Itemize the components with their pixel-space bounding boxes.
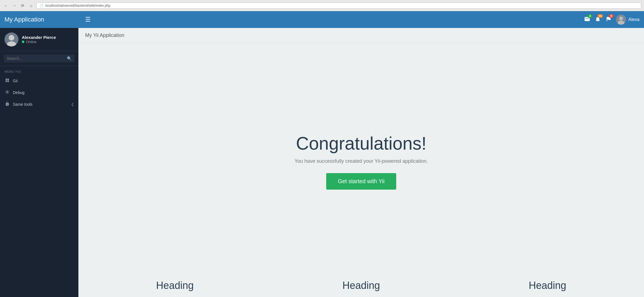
status-label: Online (26, 40, 37, 44)
navbar-username: Alexa (628, 17, 640, 22)
debug-label: Debug (13, 90, 74, 95)
sidebar-avatar (4, 32, 18, 46)
navbar-avatar (616, 15, 626, 25)
hero-section: Congratulations! You have successfully c… (78, 43, 644, 274)
mail-icon-wrap[interactable]: 4 (584, 16, 590, 23)
lock-icon: 📄 (39, 4, 44, 8)
sidebar-toggle-button[interactable]: ☰ (83, 16, 93, 23)
gii-label: Gii (13, 79, 74, 83)
sidebar-status: Online (22, 40, 56, 44)
sidebar-item-same-tools[interactable]: Same tools ❮ (0, 98, 78, 110)
headings-row: Heading Heading Heading (78, 274, 644, 297)
flag-icon-wrap[interactable]: 9 (605, 16, 612, 23)
same-tools-label: Same tools (13, 102, 68, 107)
svg-rect-8 (6, 81, 7, 82)
bell-badge: 10 (597, 14, 603, 18)
content-area: My Yii Application Congratulations! You … (78, 28, 644, 297)
gii-icon (4, 78, 10, 84)
svg-point-10 (6, 91, 8, 93)
sidebar-username: Alexander Pierce (22, 35, 56, 40)
sidebar-search-section: 🔍 (0, 51, 78, 66)
navbar-icons: 4 10 9 (584, 15, 640, 25)
sidebar-user-info: Alexander Pierce Online (22, 35, 56, 44)
search-icon: 🔍 (67, 56, 72, 61)
same-tools-arrow: ❮ (71, 102, 74, 106)
flag-badge: 9 (609, 14, 614, 18)
same-tools-icon (4, 102, 10, 107)
content-header-title: My Yii Application (85, 32, 637, 38)
heading-1: Heading (156, 280, 194, 291)
svg-rect-9 (8, 81, 9, 82)
sidebar-user-section: Alexander Pierce Online (0, 28, 78, 51)
heading-col-3: Heading (458, 280, 637, 291)
app-wrapper: My Application ☰ 4 10 9 (0, 11, 644, 297)
search-wrap: 🔍 (4, 55, 74, 62)
bell-icon-wrap[interactable]: 10 (595, 16, 601, 23)
get-started-button[interactable]: Get started with Yii (326, 173, 396, 190)
navbar-brand: My Application (4, 16, 83, 23)
sidebar-item-debug[interactable]: Debug (0, 87, 78, 98)
svg-point-1 (619, 16, 623, 20)
back-button[interactable]: ← (3, 3, 9, 9)
home-button[interactable]: ⌂ (28, 3, 34, 9)
sidebar: Alexander Pierce Online 🔍 Menu Yii2 (0, 28, 78, 297)
address-bar[interactable]: 📄 localhost/advanced/backend/web/index.p… (36, 3, 641, 9)
heading-col-1: Heading (85, 280, 265, 291)
heading-2: Heading (342, 280, 380, 291)
browser-chrome: ← → ⟳ ⌂ 📄 localhost/advanced/backend/web… (0, 0, 644, 11)
hero-subtitle: You have successfully created your Yii-p… (295, 158, 428, 164)
content-header: My Yii Application (78, 28, 644, 43)
top-navbar: My Application ☰ 4 10 9 (0, 11, 644, 28)
main-area: Alexander Pierce Online 🔍 Menu Yii2 (0, 28, 644, 297)
hero-title: Congratulations! (296, 133, 426, 154)
reload-button[interactable]: ⟳ (20, 3, 26, 9)
sidebar-item-gii[interactable]: Gii (0, 75, 78, 87)
svg-rect-7 (8, 79, 9, 80)
debug-icon (4, 90, 10, 95)
svg-rect-6 (6, 79, 7, 80)
navbar-user[interactable]: Alexa (616, 15, 640, 25)
url-text: localhost/advanced/backend/web/index.php (45, 4, 110, 8)
online-dot (22, 41, 24, 43)
forward-button[interactable]: → (11, 3, 17, 9)
svg-point-4 (9, 35, 14, 41)
heading-col-2: Heading (271, 280, 451, 291)
heading-3: Heading (529, 280, 566, 291)
sidebar-menu-label: Menu Yii2 (0, 66, 78, 75)
mail-badge: 4 (587, 14, 592, 18)
search-input[interactable] (7, 56, 67, 61)
